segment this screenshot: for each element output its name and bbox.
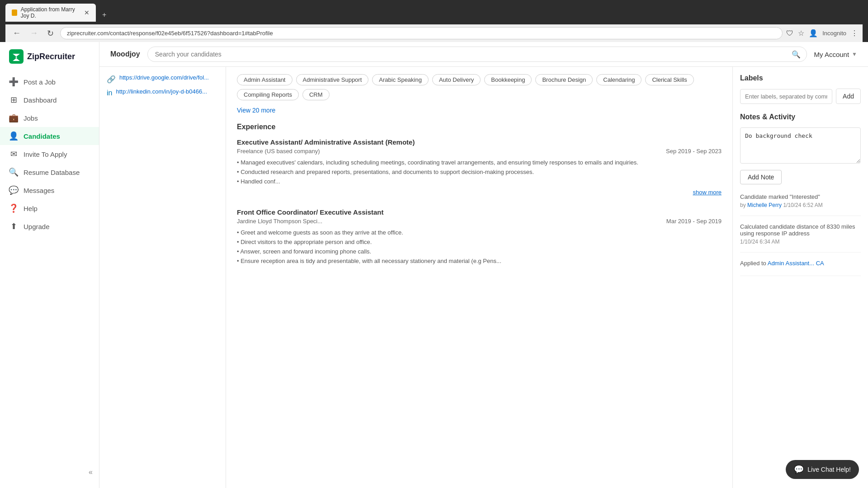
menu-icon[interactable]: ⋮ [851, 29, 858, 38]
tab-title: Application from Marry Joy D. [21, 6, 80, 19]
chat-icon: 💬 [794, 465, 804, 474]
experience-title: Experience [237, 123, 722, 131]
add-note-button[interactable]: Add Note [740, 170, 782, 184]
labels-row: Add [740, 89, 861, 104]
exp-meta-2: Jardine Lloyd Thompson Speci... Mar 2019… [237, 218, 722, 225]
sidebar-item-label: Help [24, 205, 38, 212]
skill-tag[interactable]: Administrative Support [296, 74, 369, 85]
show-more-1[interactable]: show more [237, 189, 722, 196]
skill-tag[interactable]: Arabic Speaking [372, 74, 429, 85]
sidebar-logo[interactable]: ZipRecruiter [0, 49, 99, 73]
profile-icon[interactable]: 👤 [809, 29, 818, 38]
browser-toolbar: ← → ↻ ziprecruiter.com/contact/response/… [5, 24, 863, 42]
exp-dates-2: Mar 2019 - Sep 2019 [666, 218, 722, 225]
upgrade-icon: ⬆ [9, 222, 18, 231]
incognito-label: Incognito [822, 30, 846, 37]
exp-desc-1: • Managed executives' calendars, includi… [237, 158, 722, 186]
main-content: 🔗 https://drive.google.com/drive/fol... … [99, 67, 868, 488]
search-input[interactable] [147, 47, 807, 62]
skill-tag[interactable]: Clerical Skills [645, 74, 693, 85]
new-tab-button[interactable]: + [98, 8, 111, 22]
skill-tag[interactable]: Brochure Design [535, 74, 593, 85]
tab-favicon [12, 9, 17, 16]
live-chat-label: Live Chat Help! [807, 466, 851, 473]
exp-title-2: Front Office Coordinator/ Executive Assi… [237, 208, 722, 216]
activity-text-3: Applied to Admin Assistant... CA [740, 260, 861, 267]
exp-desc-2: • Greet and welcome guests as soon as th… [237, 228, 722, 266]
refresh-button[interactable]: ↻ [44, 28, 57, 39]
left-panel: 🔗 https://drive.google.com/drive/fol... … [99, 67, 226, 488]
notes-textarea[interactable]: Do background check [740, 127, 861, 164]
sidebar-item-label: Dashboard [24, 96, 57, 104]
activity-meta-1: by Michelle Perry 1/10/24 6:52 AM [740, 202, 861, 208]
forward-button[interactable]: → [27, 28, 41, 39]
skill-tag[interactable]: Compiling Reports [237, 89, 299, 100]
dashboard-icon: ⊞ [9, 95, 18, 104]
address-bar[interactable]: ziprecruiter.com/contact/response/f02e45… [60, 27, 783, 39]
skill-tag[interactable]: Admin Assistant [237, 74, 292, 85]
search-bar: 🔍 [147, 47, 807, 62]
labels-add-button[interactable]: Add [836, 89, 861, 104]
tab-close-icon[interactable]: ✕ [84, 9, 90, 16]
sidebar-item-dashboard[interactable]: ⊞ Dashboard [0, 91, 99, 109]
jobs-icon: 💼 [9, 113, 18, 122]
toolbar-icons: 🛡 ☆ 👤 Incognito ⋮ [786, 29, 858, 38]
center-panel: Admin AssistantAdministrative SupportAra… [226, 67, 732, 488]
live-chat-button[interactable]: 💬 Live Chat Help! [786, 460, 859, 479]
linkedin-link-row: in http://linkedin.com/in/joy-d-b0466... [107, 88, 218, 97]
exp-meta-1: Freelance (US based company) Sep 2019 - … [237, 148, 722, 155]
skill-tag[interactable]: Bookkeeping [484, 74, 532, 85]
sidebar: ZipRecruiter ➕ Post a Job ⊞ Dashboard 💼 … [0, 42, 99, 488]
resume-icon: 🔍 [9, 168, 18, 177]
exp-company-2: Jardine Lloyd Thompson Speci... [237, 218, 322, 225]
my-account-label: My Account [814, 51, 849, 58]
experience-item-1: Executive Assistant/ Administrative Assi… [237, 138, 722, 196]
activity-item-1: Candidate marked "Interested" by Michell… [740, 193, 861, 216]
sidebar-item-jobs[interactable]: 💼 Jobs [0, 109, 99, 127]
right-panel: Labels Add Notes & Activity Do backgroun… [732, 67, 868, 488]
skills-tags: Admin AssistantAdministrative SupportAra… [237, 74, 722, 100]
activity-time-2: 1/10/24 6:34 AM [740, 239, 861, 245]
browser-tabs: Application from Marry Joy D. ✕ + [5, 4, 863, 22]
drive-link[interactable]: https://drive.google.com/drive/fol... [119, 74, 209, 81]
notes-title: Notes & Activity [740, 113, 861, 121]
sidebar-collapse-button[interactable]: « [0, 464, 99, 481]
skill-tag[interactable]: CRM [302, 89, 330, 100]
admin-assistant-link[interactable]: Admin Assistant... [768, 260, 814, 267]
sidebar-nav: ➕ Post a Job ⊞ Dashboard 💼 Jobs 👤 Candid… [0, 73, 99, 464]
experience-item-2: Front Office Coordinator/ Executive Assi… [237, 208, 722, 266]
labels-title: Labels [740, 74, 861, 82]
sidebar-item-help[interactable]: ❓ Help [0, 199, 99, 217]
sidebar-item-post-job[interactable]: ➕ Post a Job [0, 73, 99, 91]
post-job-icon: ➕ [9, 77, 18, 86]
activity-author-link[interactable]: Michelle Perry [747, 202, 782, 208]
sidebar-item-invite-to-apply[interactable]: ✉ Invite To Apply [0, 145, 99, 163]
sidebar-item-upgrade[interactable]: ⬆ Upgrade [0, 217, 99, 235]
sidebar-item-resume-database[interactable]: 🔍 Resume Database [0, 163, 99, 181]
sidebar-item-candidates[interactable]: 👤 Candidates [0, 127, 99, 145]
my-account-menu[interactable]: My Account ▼ [814, 51, 857, 58]
chevron-down-icon: ▼ [852, 51, 857, 57]
linkedin-link[interactable]: http://linkedin.com/in/joy-d-b0466... [116, 88, 207, 95]
company-name: Moodjoy [110, 50, 140, 58]
activity-text-1: Candidate marked "Interested" [740, 193, 861, 200]
sidebar-item-label: Messages [24, 187, 54, 194]
help-icon: ❓ [9, 204, 18, 213]
exp-company-1: Freelance (US based company) [237, 148, 320, 155]
exp-title-1: Executive Assistant/ Administrative Assi… [237, 138, 722, 146]
shield-icon: 🛡 [786, 29, 793, 38]
labels-input[interactable] [740, 89, 832, 104]
browser-chrome: Application from Marry Joy D. ✕ + ← → ↻ … [0, 0, 868, 42]
sidebar-item-label: Resume Database [24, 169, 80, 176]
skill-tag[interactable]: Calendaring [596, 74, 642, 85]
sidebar-item-label: Upgrade [24, 223, 50, 230]
star-icon[interactable]: ☆ [798, 29, 804, 38]
back-button[interactable]: ← [10, 28, 24, 39]
ca-link[interactable]: CA [816, 260, 824, 267]
activity-item-2: Calculated candidate distance of 8330 mi… [740, 223, 861, 253]
view-more-link[interactable]: View 20 more [237, 107, 722, 114]
skill-tag[interactable]: Auto Delivery [432, 74, 481, 85]
app: ZipRecruiter ➕ Post a Job ⊞ Dashboard 💼 … [0, 42, 868, 488]
sidebar-item-messages[interactable]: 💬 Messages [0, 181, 99, 199]
active-tab[interactable]: Application from Marry Joy D. ✕ [5, 4, 96, 22]
